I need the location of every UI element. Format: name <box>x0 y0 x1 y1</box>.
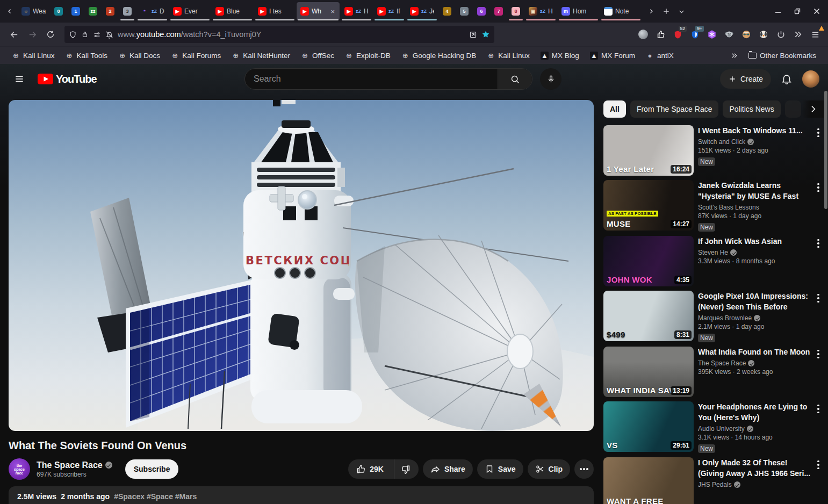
video-menu-button[interactable] <box>813 292 824 305</box>
toolbar-overflow-icon[interactable] <box>793 29 803 40</box>
clip-button[interactable]: Clip <box>528 459 570 479</box>
ublock-origin-icon[interactable]: 52 <box>672 29 683 40</box>
guide-menu-icon[interactable] <box>9 68 30 90</box>
video-thumbnail[interactable]: $499 8:31 <box>603 291 694 341</box>
browser-tab[interactable]: m Hom <box>558 2 599 20</box>
browser-tab[interactable]: ▶ Ever <box>169 2 211 20</box>
voice-search-button[interactable] <box>540 68 561 90</box>
suggested-video[interactable]: $499 8:31 Google Pixel 10A Impressions: … <box>603 291 824 342</box>
browser-tab[interactable]: 0 <box>51 2 67 20</box>
video-menu-button[interactable] <box>813 126 824 139</box>
channel-name[interactable]: The Space Race <box>37 460 103 470</box>
suggested-video-title[interactable]: Janek Gwizdala Learns "Hysteria" by MUSE… <box>698 180 811 201</box>
new-tab-button[interactable] <box>659 4 673 18</box>
video-menu-button[interactable] <box>813 458 824 471</box>
notifications-blocked-icon[interactable] <box>105 31 113 39</box>
reload-button[interactable] <box>42 26 59 43</box>
browser-tab[interactable]: ▶ Wh × <box>297 2 340 20</box>
extension-generic-icon[interactable] <box>638 29 649 40</box>
suggested-video-channel[interactable]: Switch and Click <box>698 138 745 146</box>
video-player[interactable]: З СОВЕТСКИХ СОЦИАЛ <box>9 100 594 431</box>
browser-tab[interactable]: Note <box>600 2 642 20</box>
filter-chip[interactable] <box>785 100 801 118</box>
browser-tab[interactable]: 6 <box>473 2 489 20</box>
tracking-protection-shield-icon[interactable] <box>69 31 77 39</box>
back-button[interactable] <box>5 26 23 43</box>
share-button[interactable]: Share <box>423 459 473 479</box>
browser-tab[interactable]: 5 <box>456 2 472 20</box>
suggested-video[interactable]: WANT A FREE I Only Made 32 Of These! (Gi… <box>603 457 824 504</box>
list-all-tabs-icon[interactable] <box>674 4 688 18</box>
suggested-video-title[interactable]: Your Headphones Are Lying to You (Here's… <box>698 401 811 423</box>
more-actions-button[interactable] <box>574 459 594 479</box>
snowflake-extension-icon[interactable] <box>707 29 717 40</box>
suggested-video-title[interactable]: What India Found on The Moon <box>698 347 810 357</box>
face-glasses-extension-icon[interactable] <box>741 29 752 40</box>
scrollbar-thumb[interactable] <box>824 91 827 209</box>
account-avatar[interactable] <box>802 70 819 88</box>
bitwarden-icon[interactable]: 9+ <box>689 29 700 40</box>
browser-tab[interactable]: 4 <box>439 2 455 20</box>
scroll-tabs-right-icon[interactable] <box>644 4 658 18</box>
video-menu-button[interactable] <box>813 348 824 361</box>
browser-tab[interactable]: ▶ I tes <box>254 2 296 20</box>
browser-tab[interactable]: 3 <box>119 2 135 20</box>
bookmark-star-icon[interactable] <box>481 30 490 39</box>
lock-icon[interactable] <box>81 31 89 38</box>
browser-tab[interactable]: 8 <box>508 2 524 20</box>
bookmark-item[interactable]: ▲ MX Blog <box>536 50 584 61</box>
suggested-video[interactable]: WHAT INDIA SAW 13:19 What India Found on… <box>603 347 824 397</box>
youtube-logo[interactable]: YouTube <box>38 73 97 85</box>
bookmark-item[interactable]: ● antiX <box>642 50 678 61</box>
video-thumbnail[interactable]: WHAT INDIA SAW 13:19 <box>603 347 694 397</box>
other-bookmarks-folder[interactable]: Other Bookmarks <box>744 50 820 61</box>
video-thumbnail[interactable]: 1 Year Later 16:24 <box>603 125 694 176</box>
suggested-video-channel[interactable]: The Space Race <box>698 359 746 367</box>
search-button[interactable] <box>498 69 532 89</box>
bookmark-item[interactable]: ⊕ Kali Docs <box>114 50 164 61</box>
window-minimize-button[interactable] <box>770 4 786 18</box>
scroll-tabs-left-icon[interactable] <box>2 3 17 19</box>
browser-tab[interactable]: ☼ Wea <box>18 2 49 20</box>
suggested-video-title[interactable]: Google Pixel 10A Impressions: (Never) Se… <box>698 291 811 312</box>
monkey-extension-icon[interactable] <box>724 29 735 40</box>
screenshot-icon[interactable] <box>469 31 477 39</box>
search-input[interactable] <box>245 69 498 89</box>
video-menu-button[interactable] <box>813 402 824 415</box>
create-button[interactable]: Create <box>720 69 771 89</box>
browser-tab[interactable]: ▶ zZ If <box>373 2 405 20</box>
privacy-badger-extension-icon[interactable] <box>758 29 769 40</box>
bookmark-item[interactable]: ▲ MX Forum <box>586 50 639 61</box>
browser-tab[interactable]: ▣ zZ H <box>525 2 557 20</box>
url-text[interactable]: www.youtube.com/watch?v=4_iTuvomj0Y <box>118 30 465 39</box>
video-menu-button[interactable] <box>813 237 824 250</box>
suggested-video-channel[interactable]: Scott's Bass Lessons <box>698 204 759 211</box>
window-close-button[interactable] <box>809 4 825 18</box>
bookmark-item[interactable]: ⊕ Kali NetHunter <box>227 50 294 61</box>
filter-chip[interactable]: From The Space Race <box>630 100 719 118</box>
hashtags[interactable]: #Spacex #Space #Mars <box>114 492 197 501</box>
bookmark-item[interactable]: ⊕ Kali Forums <box>167 50 225 61</box>
browser-tab[interactable]: * zZ D <box>136 2 168 20</box>
suggested-video-channel[interactable]: Audio University <box>698 425 745 433</box>
browser-tab[interactable]: ▶ Blue <box>212 2 253 20</box>
bookmark-item[interactable]: ⊕ Google Hacking DB <box>397 50 481 61</box>
suggested-video-title[interactable]: I Only Made 32 Of These! (Giving Away A … <box>698 457 811 479</box>
bookmarks-overflow-icon[interactable] <box>726 52 742 59</box>
url-bar[interactable]: www.youtube.com/watch?v=4_iTuvomj0Y <box>64 26 494 43</box>
subscribe-button[interactable]: Subscribe <box>125 459 179 479</box>
power-icon[interactable] <box>775 29 786 40</box>
forward-button[interactable] <box>24 26 41 43</box>
suggested-video-channel[interactable]: JHS Pedals <box>698 481 732 488</box>
browser-tab[interactable]: ▶ zZ H <box>341 2 372 20</box>
chips-scroll-right-icon[interactable] <box>802 100 824 118</box>
video-thumbnail[interactable]: VS 29:51 <box>603 401 694 452</box>
suggested-video[interactable]: VS 29:51 Your Headphones Are Lying to Yo… <box>603 401 824 453</box>
permissions-icon[interactable] <box>93 31 101 39</box>
window-restore-button[interactable] <box>789 4 805 18</box>
filter-chip[interactable]: Politics News <box>723 100 780 118</box>
filter-chip[interactable]: All <box>603 100 626 118</box>
bookmark-item[interactable]: ⊕ OffSec <box>297 50 339 61</box>
browser-tab[interactable]: ▶ zZ Je <box>406 2 438 20</box>
browser-tab[interactable]: 1 <box>68 2 84 20</box>
